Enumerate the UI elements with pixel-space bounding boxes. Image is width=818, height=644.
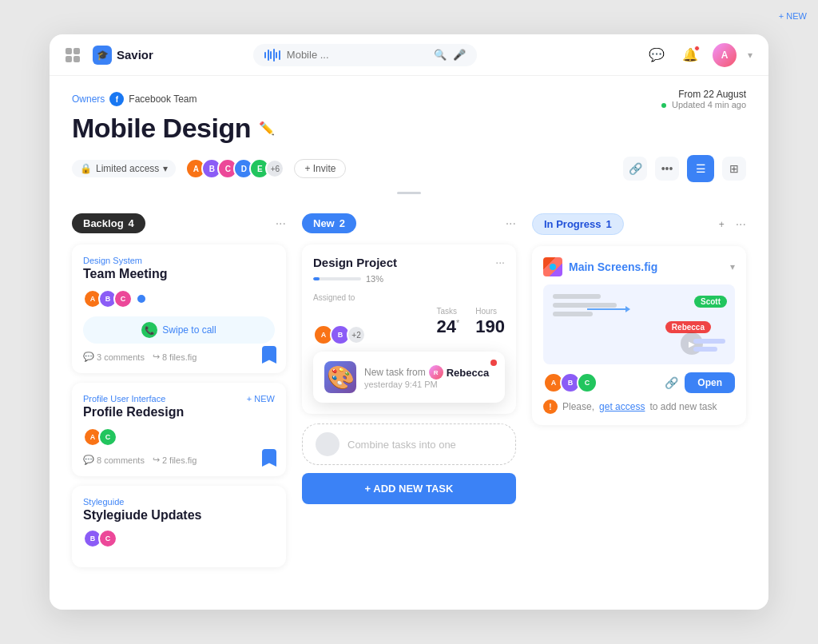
new-more-icon[interactable]: ··· bbox=[506, 217, 516, 231]
access-message: Please, bbox=[562, 401, 594, 412]
link-icon[interactable]: 🔗 bbox=[623, 157, 647, 181]
notification-badge bbox=[694, 46, 700, 51]
dp-more-icon[interactable]: ··· bbox=[495, 256, 505, 268]
in-progress-header-right: + ··· bbox=[719, 217, 746, 232]
user-avatar[interactable]: A bbox=[713, 43, 737, 67]
grid-view-button[interactable]: ⊞ bbox=[722, 157, 746, 181]
search-icon[interactable]: 🔍 bbox=[434, 49, 447, 61]
card-category-styleguide: Styleguide bbox=[83, 497, 275, 507]
design-project-header: Design Project ··· bbox=[313, 256, 505, 269]
comment-icon: 💬 bbox=[83, 352, 94, 362]
backlog-count: 4 bbox=[129, 217, 134, 229]
tm-blue-badge bbox=[136, 293, 147, 304]
invite-button[interactable]: + Invite bbox=[294, 159, 346, 178]
app-window: 🎓 Savior 🔍 🎤 💬 🔔 A ▾ bbox=[50, 34, 768, 610]
owners-label: Owners bbox=[72, 93, 105, 105]
dp-title: Design Project bbox=[313, 256, 397, 269]
files-item: ↪ 8 files.fig bbox=[153, 352, 197, 362]
in-progress-more-icon[interactable]: ··· bbox=[736, 217, 746, 232]
dots-icon[interactable]: ••• bbox=[655, 157, 679, 181]
page-title-row: Mobile Design ✏️ bbox=[72, 113, 746, 144]
dp-progress-pct: 13% bbox=[366, 274, 383, 284]
swipe-label: Swipe to call bbox=[162, 324, 216, 336]
card-title-profile: Profile Redesign bbox=[83, 405, 275, 419]
link-icon-ms[interactable]: 🔗 bbox=[665, 376, 678, 389]
access-row: 🔒 Limited access ▾ A B C D E +6 + Invite… bbox=[72, 155, 746, 182]
ms-right-line-2 bbox=[693, 347, 717, 352]
ms-footer-actions: 🔗 Open bbox=[665, 372, 735, 393]
status-dot bbox=[661, 103, 666, 108]
team-name: Facebook Team bbox=[129, 93, 197, 105]
team-meeting-footer: 💬 3 comments ↪ 8 files.fig bbox=[83, 352, 275, 362]
card-design-project: Design Project ··· 13% Assigned to A B bbox=[302, 244, 516, 414]
profile-files-count: 2 files.fig bbox=[162, 455, 197, 465]
new-button-profile[interactable]: + NEW bbox=[247, 394, 275, 403]
ms-header: Main Screens.fig ▾ bbox=[543, 257, 735, 276]
dp-progress-fill bbox=[313, 277, 320, 280]
ms-right-lines bbox=[693, 339, 725, 352]
column-header-in-progress: In Progress 1 + ··· bbox=[532, 213, 746, 235]
combine-circle-icon bbox=[316, 432, 340, 456]
message-icon[interactable]: 💬 bbox=[645, 44, 668, 66]
profile-avatars: A C bbox=[83, 427, 275, 447]
phone-icon: 📞 bbox=[141, 322, 157, 338]
dp-tasks-stat: Tasks 24* bbox=[437, 307, 460, 337]
tasks-label: Tasks bbox=[437, 307, 460, 316]
dp-avatars: A B +2 bbox=[313, 324, 366, 345]
add-new-task-button[interactable]: + ADD NEW TASK bbox=[302, 473, 516, 504]
card-main-screens: Main Screens.fig ▾ Scott bbox=[532, 246, 746, 425]
get-access-link[interactable]: get access bbox=[599, 401, 645, 412]
ms-avatar-3: C bbox=[577, 372, 598, 393]
open-button[interactable]: Open bbox=[685, 372, 735, 393]
page-header: Owners f Facebook Team From 22 August Up… bbox=[50, 76, 768, 192]
owners-line: Owners f Facebook Team From 22 August Up… bbox=[72, 89, 746, 109]
card-category-design-system: Design System bbox=[83, 256, 275, 265]
comments-item: 💬 3 comments bbox=[83, 352, 145, 362]
new-task-from-label: New task from bbox=[364, 367, 426, 378]
new-count: 2 bbox=[340, 217, 345, 229]
ms-line-3 bbox=[553, 312, 593, 316]
grid-icon[interactable] bbox=[66, 48, 80, 62]
scroll-bar bbox=[397, 192, 421, 194]
card-profile-redesign: + NEW Profile User Interface Profile Red… bbox=[72, 383, 286, 476]
dp-progress-row: 13% bbox=[313, 274, 505, 284]
search-input[interactable] bbox=[287, 49, 428, 61]
styleguide-avatars: B C bbox=[83, 529, 275, 548]
access-right: 🔗 ••• ☰ ⊞ bbox=[623, 155, 746, 182]
navbar: 🎓 Savior 🔍 🎤 💬 🔔 A ▾ bbox=[50, 34, 768, 76]
profile-comments-count: 8 comments bbox=[97, 455, 145, 465]
page-title: Mobile Design bbox=[72, 113, 251, 144]
updated-text: Updated 4 min ago bbox=[672, 100, 746, 109]
card-team-meeting: Design System Team Meeting A B C 📞 Swipe… bbox=[72, 244, 286, 373]
in-progress-label: In Progress bbox=[544, 218, 602, 230]
new-task-info: New task from R Rebecca yesterday 9:41 P… bbox=[364, 365, 489, 389]
new-task-dot bbox=[490, 360, 497, 366]
column-backlog: Backlog 4 ··· Design System Team Meeting… bbox=[72, 213, 286, 567]
access-label: Limited access bbox=[96, 163, 159, 174]
backlog-more-icon[interactable]: ··· bbox=[276, 217, 286, 231]
updated-status: Updated 4 min ago bbox=[661, 100, 746, 109]
tasks-value: 24* bbox=[437, 316, 460, 337]
profile-footer: 💬 8 comments ↪ 2 files.fig bbox=[83, 455, 275, 465]
files-count: 8 files.fig bbox=[162, 352, 197, 362]
bell-icon[interactable]: 🔔 bbox=[679, 44, 701, 66]
ms-line-1 bbox=[553, 294, 601, 299]
column-new: New 2 ··· Design Project ··· bbox=[302, 213, 516, 504]
logo-text: Savior bbox=[117, 48, 153, 62]
ms-right-line-1 bbox=[693, 339, 725, 344]
dp-progress-bar bbox=[313, 277, 361, 280]
swipe-to-call-button[interactable]: 📞 Swipe to call bbox=[83, 316, 275, 344]
card-title-team-meeting: Team Meeting bbox=[83, 267, 275, 281]
comment-icon-2: 💬 bbox=[83, 455, 94, 465]
combine-tasks-area[interactable]: Combine tasks into one bbox=[302, 423, 516, 465]
ms-chevron-icon[interactable]: ▾ bbox=[730, 261, 735, 272]
add-column-button[interactable]: + bbox=[719, 219, 725, 230]
chevron-down-icon[interactable]: ▾ bbox=[748, 50, 752, 61]
column-header-new: New 2 ··· bbox=[302, 213, 516, 233]
mic-icon[interactable]: 🎤 bbox=[453, 49, 466, 61]
edit-icon[interactable]: ✏️ bbox=[259, 121, 275, 136]
list-view-button[interactable]: ☰ bbox=[687, 155, 714, 182]
search-bar[interactable]: 🔍 🎤 bbox=[253, 44, 477, 66]
access-dropdown[interactable]: 🔒 Limited access ▾ bbox=[72, 160, 176, 177]
kanban-area: Backlog 4 ··· Design System Team Meeting… bbox=[50, 201, 768, 610]
